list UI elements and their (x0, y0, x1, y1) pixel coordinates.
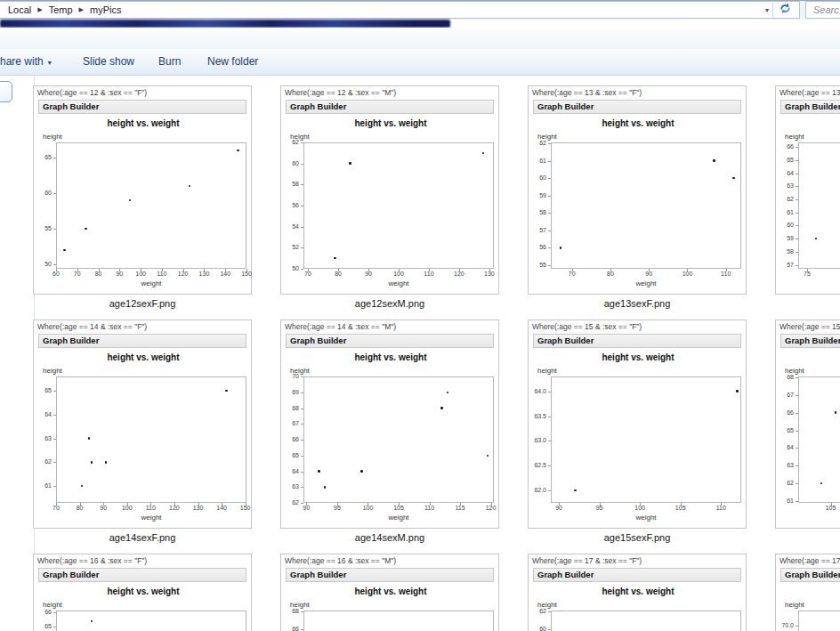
y-tick-label: 52 (281, 244, 299, 251)
x-tick-mark (726, 269, 727, 271)
x-tick-mark (338, 269, 339, 271)
y-tick-label: 62.5 (529, 462, 546, 469)
x-tick-label: 90 (365, 271, 372, 277)
x-tick-mark (831, 503, 832, 506)
where-clause-text: Where(:age == 16 & :sex == "M") (285, 556, 396, 565)
y-tick-label: 62 (776, 480, 794, 487)
breadcrumb-item-mypics[interactable]: myPics (90, 4, 121, 15)
x-axis-label: weight (635, 514, 656, 522)
file-thumbnail[interactable]: Where(:age == 16 & :sex == "M")Graph Bui… (280, 554, 499, 631)
file-thumbnail[interactable]: Where(:age == 17 & :sex == "F")Graph Bui… (528, 554, 747, 631)
chart-title: height vs. weight (776, 352, 840, 362)
x-tick-label: 75 (804, 271, 811, 277)
y-tick-label: 60 (529, 174, 546, 182)
y-tick-mark (301, 376, 303, 377)
toolbar-item-burn[interactable]: Burn (158, 55, 181, 68)
y-tick-label: 64 (281, 468, 299, 475)
refresh-button[interactable] (772, 3, 796, 18)
x-tick-label: 120 (454, 271, 464, 277)
file-name-label[interactable]: age12sexM.png (280, 298, 499, 309)
x-tick-mark (56, 503, 57, 506)
search-input[interactable]: Searc (813, 4, 839, 15)
file-name-label[interactable]: age12sexF.png (33, 298, 252, 309)
file-name-label[interactable]: age14sexF.png (33, 532, 252, 543)
file-name-label[interactable]: age15sexF.png (528, 532, 747, 543)
x-tick-mark (687, 269, 688, 271)
data-point (91, 461, 93, 464)
y-tick-mark (796, 147, 798, 148)
chart-title: height vs. weight (281, 352, 500, 362)
file-thumbnail[interactable]: Where(:age == 13 & :sex == "F")Graph Bui… (528, 85, 747, 295)
y-tick-mark (796, 160, 798, 161)
graph-builder-title: Graph Builder (785, 570, 840, 579)
toolbar-item-new-folder[interactable]: New folder (207, 55, 258, 68)
file-thumbnail[interactable]: Where(:age == 14 & :sex == "F")Graph Bui… (33, 320, 252, 529)
file-name-label[interactable]: age14sexM.png (280, 532, 499, 543)
graph-builder-title: Graph Builder (43, 570, 99, 579)
y-tick-label: 56 (281, 202, 299, 209)
x-tick-mark (246, 269, 247, 271)
where-clause-text: Where(:age == 16 & :sex == "F") (37, 556, 147, 565)
file-thumbnail[interactable]: Where(:age == 14 & :sex == "M")Graph Bui… (280, 320, 499, 529)
y-tick-label: 57 (529, 227, 546, 234)
x-tick-mark (368, 269, 369, 271)
y-tick-mark (548, 417, 551, 417)
search-box[interactable]: Searc (805, 1, 840, 19)
plot-area (303, 142, 494, 269)
data-point (560, 247, 562, 249)
y-tick-label: 66 (281, 626, 299, 631)
y-tick-label: 62 (281, 499, 299, 506)
y-tick-label: 61 (776, 209, 794, 216)
breadcrumb-item-local[interactable]: Local (8, 4, 31, 15)
y-tick-label: 62 (776, 196, 794, 203)
toolbar-item-slide-show[interactable]: Slide show (83, 55, 134, 68)
y-tick-label: 67 (281, 420, 299, 427)
file-thumbnail[interactable]: Where(:age == 15 & :sex == "F")Graph Bui… (528, 320, 747, 529)
file-thumbnail[interactable]: Where(:age == 12 & :sex == "F")Graph Bui… (33, 85, 252, 295)
y-tick-label: 62 (529, 608, 546, 615)
y-tick-label: 59 (776, 235, 794, 242)
y-tick-label: 65 (34, 154, 52, 161)
data-point (440, 407, 443, 409)
breadcrumb-item-temp[interactable]: Temp (49, 4, 73, 15)
y-tick-label: 62 (529, 140, 546, 147)
x-tick-label: 110 (716, 505, 726, 511)
x-tick-label: 110 (157, 271, 166, 277)
y-tick-mark (548, 196, 551, 197)
file-thumbnail[interactable]: Where(:age == 13Graph Builderheight vs. … (775, 85, 840, 295)
where-clause-text: Where(:age == 15 (779, 322, 840, 331)
y-tick-mark (53, 264, 56, 265)
y-tick-mark (53, 462, 56, 463)
y-tick-label: 50 (34, 261, 52, 268)
y-tick-label: 58 (776, 248, 794, 255)
address-bar[interactable]: Local▶Temp▶myPics ▾ (0, 1, 800, 19)
x-tick-label: 110 (721, 271, 731, 277)
file-thumbnail[interactable]: Where(:age == 16 & :sex == "F")Graph Bui… (33, 554, 252, 631)
y-axis-label: height (43, 367, 62, 375)
breadcrumb-arrow-icon: ▶ (37, 6, 42, 13)
graph-builder-title: Graph Builder (43, 101, 99, 111)
file-name-label[interactable]: age13sexF.png (528, 298, 747, 309)
graph-builder-header: Graph Builder (38, 334, 246, 348)
y-tick-label: 68 (281, 405, 299, 412)
file-thumbnail[interactable]: Where(:age == 12 & :sex == "M")Graph Bui… (280, 85, 499, 295)
x-tick-label: 70 (74, 271, 81, 277)
file-thumbnail[interactable]: Where(:age == 17Graph Builderheight vs. … (775, 554, 840, 631)
where-clause-text: Where(:age == 14 & :sex == "F") (37, 322, 147, 331)
x-tick-mark (399, 503, 400, 506)
y-tick-label: 58 (529, 209, 546, 216)
data-point (713, 159, 715, 162)
y-tick-label: 66 (281, 436, 299, 443)
file-thumbnail[interactable]: Where(:age == 15Graph Builderheight vs. … (775, 320, 840, 529)
toolbar-item-hare-with[interactable]: hare with▾ (0, 55, 52, 68)
y-tick-label: 59 (529, 192, 546, 199)
x-axis-label: weight (635, 279, 656, 287)
chart-title: height vs. weight (34, 587, 253, 596)
chevron-down-icon[interactable]: ▾ (765, 7, 769, 14)
x-tick-mark (306, 503, 307, 506)
chart-title: height vs. weight (281, 587, 500, 596)
x-tick-label: 120 (178, 271, 189, 277)
nav-pane-item-stub[interactable] (0, 81, 12, 102)
x-tick-mark (399, 269, 400, 271)
x-tick-mark (56, 269, 57, 271)
